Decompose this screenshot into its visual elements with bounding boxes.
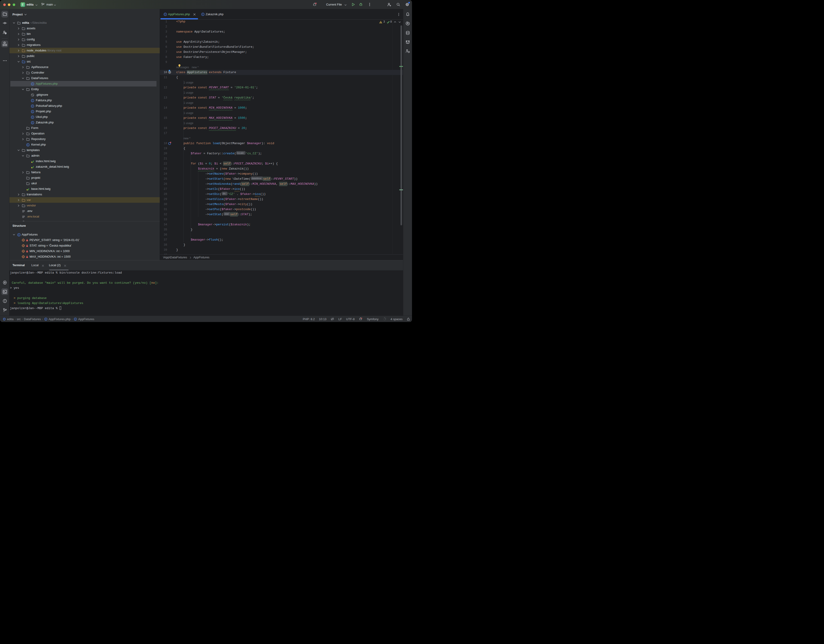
- svg-text:C: C: [32, 121, 34, 124]
- svg-text:C: C: [23, 245, 24, 247]
- svg-text:C: C: [32, 100, 34, 102]
- svg-text:C: C: [32, 83, 34, 85]
- svg-text:C: C: [75, 318, 76, 320]
- svg-text:C: C: [23, 256, 24, 258]
- svg-text:?: ?: [5, 32, 6, 34]
- svg-text:C: C: [32, 105, 34, 107]
- svg-text:C: C: [32, 116, 34, 118]
- svg-text:C: C: [18, 234, 20, 236]
- svg-text:C: C: [202, 13, 204, 15]
- svg-text:C: C: [23, 250, 24, 252]
- svg-text:C: C: [164, 13, 166, 15]
- svg-text:C: C: [45, 318, 46, 320]
- svg-text:C: C: [23, 239, 24, 241]
- svg-text:C: C: [32, 110, 34, 113]
- svg-text:C: C: [27, 144, 29, 146]
